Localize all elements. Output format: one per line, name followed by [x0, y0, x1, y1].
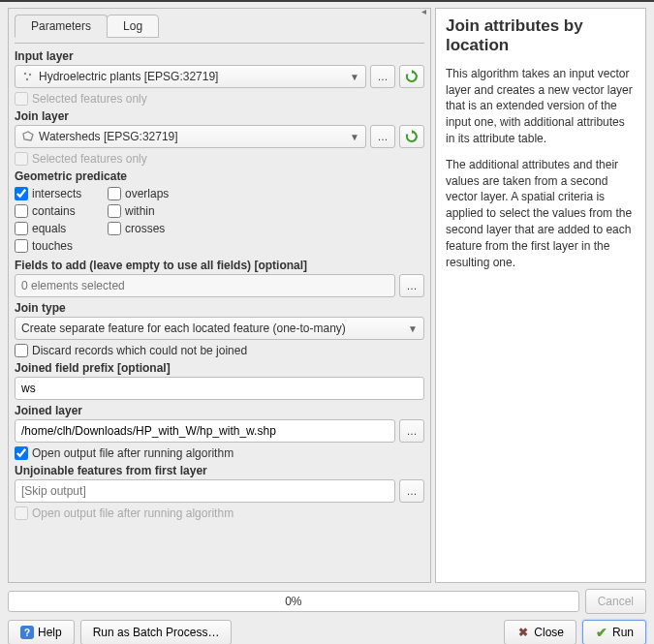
open-output-joined[interactable]: Open output file after running algorithm: [15, 446, 424, 460]
run-button[interactable]: ✔ Run: [582, 620, 646, 644]
fields-to-add-input[interactable]: [15, 274, 395, 297]
predicate-within[interactable]: within: [108, 204, 185, 218]
point-layer-icon: [21, 70, 35, 83]
open-output-unjoinable: Open output file after running algorithm: [15, 506, 424, 520]
input-selected-only: Selected features only: [15, 92, 424, 106]
help-title: Join attributes by location: [446, 16, 636, 56]
input-layer-combo[interactable]: Hydroelectric plants [EPSG:32719] ▼: [15, 65, 366, 88]
unjoinable-browse-button[interactable]: …: [399, 479, 424, 503]
reload-icon: [405, 130, 419, 143]
input-layer-iterate-button[interactable]: [399, 65, 424, 88]
predicate-contains[interactable]: contains: [15, 204, 92, 218]
tabbar: Parameters Log: [15, 15, 424, 38]
join-type-combo[interactable]: Create separate feature for each located…: [15, 317, 424, 340]
input-layer-browse-button[interactable]: …: [370, 65, 395, 88]
prefix-label: Joined field prefix [optional]: [15, 361, 424, 375]
collapse-help-icon[interactable]: ◂: [421, 6, 429, 14]
predicate-label: Geometric predicate: [15, 169, 424, 183]
predicate-group: intersects overlaps contains within equa…: [15, 185, 424, 255]
help-paragraph: The additional attributes and their valu…: [446, 157, 636, 271]
run-batch-button[interactable]: Run as Batch Process…: [80, 620, 233, 644]
svg-point-2: [26, 78, 28, 80]
fields-to-add-label: Fields to add (leave empty to use all fi…: [15, 259, 424, 272]
joined-layer-label: Joined layer: [15, 404, 424, 417]
help-button[interactable]: ? Help: [8, 620, 75, 644]
check-icon: ✔: [595, 626, 608, 639]
help-panel: Join attributes by location This algorit…: [435, 8, 646, 583]
reload-icon: [405, 70, 419, 83]
cancel-button: Cancel: [585, 589, 646, 614]
unjoinable-label: Unjoinable features from first layer: [15, 464, 424, 477]
chevron-down-icon: ▼: [350, 132, 359, 142]
predicate-equals[interactable]: equals: [15, 222, 92, 235]
chevron-down-icon: ▼: [408, 323, 418, 334]
bottom-bar: 0% Cancel ? Help Run as Batch Process… ✖…: [0, 585, 654, 644]
join-layer-browse-button[interactable]: …: [370, 125, 395, 148]
help-paragraph: This algorithm takes an input vector lay…: [446, 66, 636, 147]
join-selected-only: Selected features only: [15, 152, 424, 166]
unjoinable-input[interactable]: [15, 479, 395, 503]
predicate-overlaps[interactable]: overlaps: [108, 187, 185, 200]
progress-bar: 0%: [8, 591, 579, 612]
join-type-value: Create separate feature for each located…: [21, 322, 408, 335]
parameters-panel: Parameters Log Input layer Hydroelectric…: [8, 8, 431, 583]
input-layer-value: Hydroelectric plants [EPSG:32719]: [39, 70, 350, 83]
fields-to-add-browse-button[interactable]: …: [399, 274, 424, 297]
join-type-label: Join type: [15, 301, 424, 315]
help-icon: ?: [20, 626, 34, 639]
tab-log[interactable]: Log: [107, 15, 159, 38]
predicate-touches[interactable]: touches: [15, 239, 92, 253]
polygon-layer-icon: [21, 130, 35, 143]
close-icon: ✖: [516, 626, 530, 639]
joined-layer-input[interactable]: [15, 419, 395, 443]
join-layer-iterate-button[interactable]: [399, 125, 424, 148]
join-layer-label: Join layer: [15, 109, 424, 123]
joined-layer-browse-button[interactable]: …: [399, 419, 424, 443]
predicate-crosses[interactable]: crosses: [108, 222, 185, 235]
chevron-down-icon: ▼: [350, 72, 359, 82]
tab-parameters[interactable]: Parameters: [15, 15, 108, 38]
progress-text: 0%: [285, 595, 301, 608]
predicate-intersects[interactable]: intersects: [15, 187, 92, 200]
prefix-input[interactable]: [15, 377, 424, 400]
input-layer-label: Input layer: [15, 49, 424, 63]
join-layer-value: Watersheds [EPSG:32719]: [39, 130, 350, 143]
join-layer-combo[interactable]: Watersheds [EPSG:32719] ▼: [15, 125, 366, 148]
close-button[interactable]: ✖ Close: [504, 620, 576, 644]
discard-unjoined[interactable]: Discard records which could not be joine…: [15, 344, 424, 357]
svg-point-1: [29, 74, 31, 76]
svg-point-0: [24, 73, 26, 75]
